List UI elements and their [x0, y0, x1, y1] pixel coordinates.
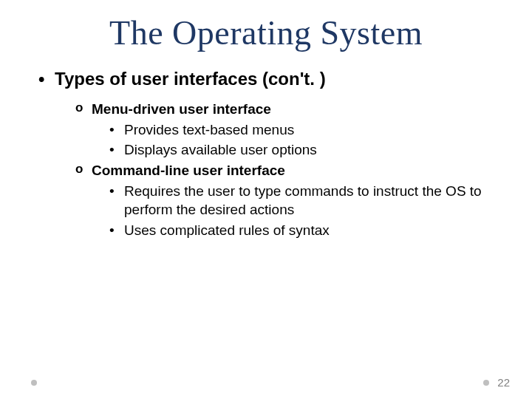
detail-display-options: Displays available user options: [109, 140, 510, 160]
detail-text-menus: Provides text-based menus: [109, 120, 510, 140]
page-number: 22: [497, 376, 510, 389]
subitem-menu-driven: Menu-driven user interface: [75, 100, 510, 119]
subitem-command-line: Command-line user interface: [75, 161, 510, 180]
heading-bullet: Types of user interfaces (con't. ): [38, 69, 510, 89]
slide-footer: 22: [0, 374, 532, 387]
footer-dot-left-icon: [31, 380, 37, 386]
footer-dot-right-icon: [483, 380, 489, 386]
detail-syntax-rules: Uses complicated rules of syntax: [109, 221, 510, 240]
slide-title: The Operating System: [22, 13, 510, 52]
detail-type-commands: Requires the user to type commands to in…: [109, 182, 510, 219]
